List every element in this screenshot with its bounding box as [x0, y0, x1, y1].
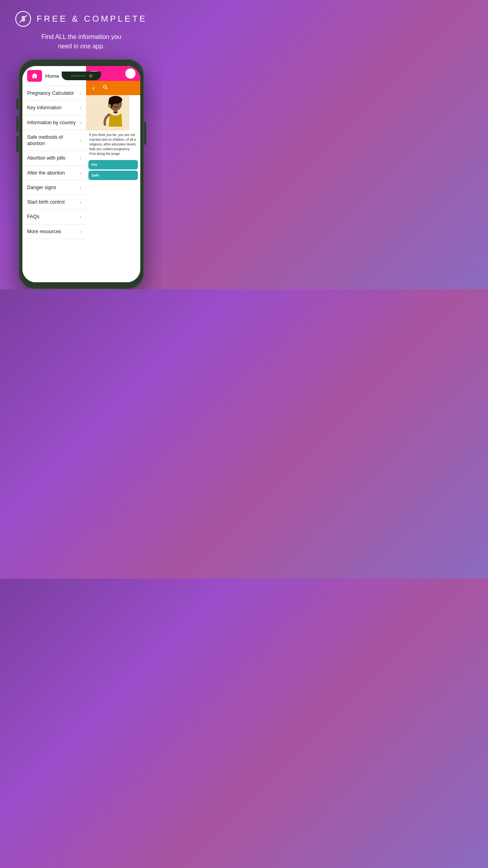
- home-icon: [31, 72, 38, 79]
- menu-item-label-start-birth-control: Start birth control: [27, 199, 79, 205]
- menu-item-pregnancy-calculator[interactable]: Pregnancy Calculator›: [22, 86, 86, 101]
- app-tagline: FREE & COMPLETE: [37, 14, 147, 24]
- chevron-right-icon: ›: [79, 228, 81, 235]
- menu-item-after-the-abortion[interactable]: After the abortion›: [22, 166, 86, 180]
- right-button-2[interactable]: Safe: [88, 171, 138, 180]
- home-badge: [27, 70, 42, 82]
- phone-notch: [62, 72, 101, 80]
- top-section: $ FREE & COMPLETE Find ALL the informati…: [0, 0, 163, 57]
- svg-point-7: [113, 103, 114, 105]
- right-panel: ‹: [86, 66, 140, 282]
- subtitle: Find ALL the information you need in one…: [26, 32, 137, 51]
- chevron-right-icon: ›: [79, 120, 81, 126]
- chevron-right-icon: ›: [79, 199, 81, 205]
- menu-item-safe-methods[interactable]: Safe methods of abortion›: [22, 130, 86, 151]
- menu-items-list: Pregnancy Calculator›Key Information›Inf…: [22, 86, 86, 239]
- search-icon[interactable]: [103, 85, 108, 92]
- menu-item-label-pregnancy-calculator: Pregnancy Calculator: [27, 90, 79, 96]
- menu-item-abortion-with-pills[interactable]: Abortion with pills›: [22, 151, 86, 166]
- notch-camera: [89, 74, 92, 77]
- volume-down-button: [17, 136, 18, 153]
- phone-screen: Home › Pregnancy Calculator›Key Informat…: [22, 66, 140, 282]
- phone-mockup: Home › Pregnancy Calculator›Key Informat…: [18, 59, 144, 289]
- volume-mute-button: [17, 98, 18, 109]
- dollar-no-sign-icon: $: [15, 11, 31, 27]
- menu-item-label-more-resources: More resources: [27, 228, 79, 235]
- svg-point-9: [108, 104, 111, 107]
- menu-item-label-safe-methods: Safe methods of abortion: [27, 134, 79, 147]
- right-button-1[interactable]: Pre: [88, 160, 138, 169]
- svg-point-10: [114, 112, 115, 113]
- right-content: If you think you be, you are not married…: [86, 95, 140, 181]
- chevron-right-icon: ›: [79, 213, 81, 220]
- menu-item-label-information-by-country: Information by country: [27, 120, 79, 126]
- chevron-right-icon: ›: [79, 137, 81, 143]
- chevron-right-icon: ›: [79, 184, 81, 191]
- chevron-right-icon: ›: [79, 90, 81, 96]
- menu-item-information-by-country[interactable]: Information by country›: [22, 116, 86, 130]
- svg-point-8: [117, 103, 118, 105]
- svg-rect-2: [86, 95, 129, 131]
- chevron-right-icon: ›: [79, 170, 81, 176]
- notch-speaker: [70, 75, 86, 77]
- menu-item-key-information[interactable]: Key Information›: [22, 101, 86, 115]
- avatar: [125, 68, 136, 79]
- volume-up-button: [17, 116, 18, 132]
- right-body-text: If you think you be, you are not married…: [86, 131, 140, 158]
- menu-item-danger-signs[interactable]: Danger signs›: [22, 180, 86, 195]
- nav-bar: ‹: [86, 81, 140, 95]
- power-button: [144, 122, 146, 145]
- menu-item-start-birth-control[interactable]: Start birth control›: [22, 195, 86, 210]
- menu-item-label-key-information: Key Information: [27, 105, 79, 111]
- chevron-right-icon: ›: [79, 105, 81, 111]
- menu-item-faqs[interactable]: FAQs›: [22, 210, 86, 224]
- menu-item-more-resources[interactable]: More resources›: [22, 224, 86, 239]
- header-row: $ FREE & COMPLETE: [15, 11, 147, 27]
- menu-item-label-danger-signs: Danger signs: [27, 184, 79, 191]
- svg-point-12: [116, 112, 117, 113]
- back-icon[interactable]: ‹: [92, 84, 95, 92]
- menu-panel: Home › Pregnancy Calculator›Key Informat…: [22, 66, 86, 282]
- svg-line-1: [106, 88, 107, 89]
- menu-item-label-after-the-abortion: After the abortion: [27, 170, 79, 176]
- woman-illustration: [86, 95, 129, 131]
- svg-point-11: [115, 112, 116, 114]
- menu-item-label-faqs: FAQs: [27, 213, 79, 220]
- menu-item-label-abortion-with-pills: Abortion with pills: [27, 155, 79, 161]
- chevron-right-icon: ›: [79, 155, 81, 161]
